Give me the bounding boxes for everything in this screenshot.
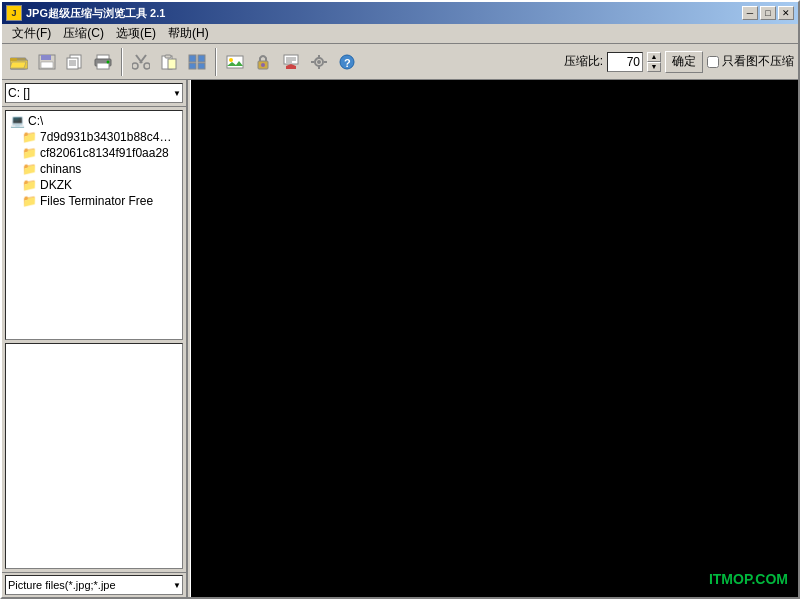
close-button[interactable]: ✕	[778, 6, 794, 20]
tree-item-root[interactable]: 💻 C:\	[8, 113, 180, 129]
view-only-label: 只看图不压缩	[722, 53, 794, 70]
preview-panel: ITMOP.COM	[191, 80, 798, 597]
open-folder-btn[interactable]	[6, 49, 32, 75]
menu-file[interactable]: 文件(F)	[6, 23, 57, 44]
svg-rect-38	[311, 61, 314, 63]
compress-spinner: ▲ ▼	[647, 52, 661, 72]
image1-btn[interactable]	[222, 49, 248, 75]
tree-item-label: chinans	[40, 162, 81, 176]
svg-point-17	[132, 63, 138, 69]
cut-btn[interactable]	[128, 49, 154, 75]
app-icon: J	[6, 5, 22, 21]
tree-item-label: cf82061c8134f91f0aa28	[40, 146, 169, 160]
minimize-button[interactable]: ─	[742, 6, 758, 20]
print-btn[interactable]	[90, 49, 116, 75]
svg-text:?: ?	[344, 57, 351, 69]
main-window: J JPG超级压缩与浏览工具 2.1 ─ □ ✕ 文件(F) 压缩(C) 选项(…	[0, 0, 800, 599]
svg-rect-36	[318, 55, 320, 58]
svg-rect-26	[227, 56, 243, 68]
svg-rect-5	[41, 62, 53, 68]
print2-btn[interactable]	[278, 49, 304, 75]
view-only-checkbox-ctrl: 只看图不压缩	[707, 53, 794, 70]
toolbar-sep-2	[215, 48, 217, 76]
svg-rect-39	[324, 61, 327, 63]
main-content: C: [] 💻 C:\ 📁 7d9d931b34301b88c4228 📁 cf…	[2, 80, 798, 597]
svg-rect-13	[97, 63, 109, 69]
tree-item-label: DKZK	[40, 178, 72, 192]
compress-label: 压缩比:	[564, 53, 603, 70]
confirm-button[interactable]: 确定	[665, 51, 703, 73]
file-list-area[interactable]	[5, 343, 183, 569]
drive-selector: C: []	[2, 80, 186, 107]
svg-rect-20	[165, 55, 171, 58]
file-tree[interactable]: 💻 C:\ 📁 7d9d931b34301b88c4228 📁 cf82061c…	[5, 110, 183, 340]
toolbar: ? 压缩比: ▲ ▼ 确定 只看图不压缩	[2, 44, 798, 80]
toolbar-sep-1	[121, 48, 123, 76]
folder-icon: 📁	[22, 130, 37, 144]
filter-dropdown[interactable]: Picture files(*.jpg;*.jpe All files(*.*)	[5, 575, 183, 595]
folder-icon: 📁	[22, 178, 37, 192]
svg-point-14	[107, 60, 110, 63]
svg-rect-2	[10, 58, 17, 61]
svg-rect-24	[189, 63, 196, 69]
spin-down-btn[interactable]: ▼	[647, 62, 661, 72]
title-bar: J JPG超级压缩与浏览工具 2.1 ─ □ ✕	[2, 2, 798, 24]
tree-item-label: C:\	[28, 114, 43, 128]
svg-point-18	[144, 63, 150, 69]
drive-dropdown[interactable]: C: []	[5, 83, 183, 103]
computer-icon: 💻	[10, 114, 25, 128]
watermark: ITMOP.COM	[709, 571, 788, 587]
window-title: JPG超级压缩与浏览工具 2.1	[26, 6, 165, 21]
filter-dropdown-wrapper: Picture files(*.jpg;*.jpe All files(*.*)	[5, 575, 183, 595]
title-bar-left: J JPG超级压缩与浏览工具 2.1	[6, 5, 165, 21]
tree-item-chinans[interactable]: 📁 chinans	[8, 161, 180, 177]
svg-point-35	[317, 60, 321, 64]
folder-icon: 📁	[22, 194, 37, 208]
svg-rect-22	[189, 55, 196, 62]
compress-value-input[interactable]	[607, 52, 643, 72]
svg-rect-23	[198, 55, 205, 62]
maximize-button[interactable]: □	[760, 6, 776, 20]
tree-item-label: 7d9d931b34301b88c4228	[40, 130, 178, 144]
grid-btn[interactable]	[184, 49, 210, 75]
folder-icon: 📁	[22, 146, 37, 160]
svg-rect-25	[198, 63, 205, 69]
drive-dropdown-wrapper: C: []	[5, 83, 183, 103]
settings-btn[interactable]	[306, 49, 332, 75]
menu-compress[interactable]: 压缩(C)	[57, 23, 110, 44]
tree-item-folder-2[interactable]: 📁 cf82061c8134f91f0aa28	[8, 145, 180, 161]
svg-line-16	[140, 55, 146, 63]
left-panel: C: [] 💻 C:\ 📁 7d9d931b34301b88c4228 📁 cf…	[2, 80, 187, 597]
folder-icon: 📁	[22, 162, 37, 176]
tree-item-files-terminator[interactable]: 📁 Files Terminator Free	[8, 193, 180, 209]
menu-help[interactable]: 帮助(H)	[162, 23, 215, 44]
menu-options[interactable]: 选项(E)	[110, 23, 162, 44]
svg-point-27	[229, 58, 233, 62]
help-btn[interactable]: ?	[334, 49, 360, 75]
svg-rect-4	[41, 55, 51, 60]
svg-point-29	[261, 63, 265, 67]
file-filter: Picture files(*.jpg;*.jpe All files(*.*)	[2, 572, 186, 597]
lock-btn[interactable]	[250, 49, 276, 75]
compress-ctrl: 压缩比: ▲ ▼ 确定 只看图不压缩	[564, 51, 794, 73]
menu-bar: 文件(F) 压缩(C) 选项(E) 帮助(H)	[2, 24, 798, 44]
svg-rect-21	[168, 59, 176, 69]
svg-rect-37	[318, 66, 320, 69]
paste-btn[interactable]	[156, 49, 182, 75]
title-bar-buttons: ─ □ ✕	[742, 6, 794, 20]
save-btn[interactable]	[34, 49, 60, 75]
view-only-checkbox[interactable]	[707, 56, 719, 68]
copy-btn[interactable]	[62, 49, 88, 75]
tree-item-label: Files Terminator Free	[40, 194, 153, 208]
tree-item-dkzk[interactable]: 📁 DKZK	[8, 177, 180, 193]
spin-up-btn[interactable]: ▲	[647, 52, 661, 62]
tree-item-folder-1[interactable]: 📁 7d9d931b34301b88c4228	[8, 129, 180, 145]
